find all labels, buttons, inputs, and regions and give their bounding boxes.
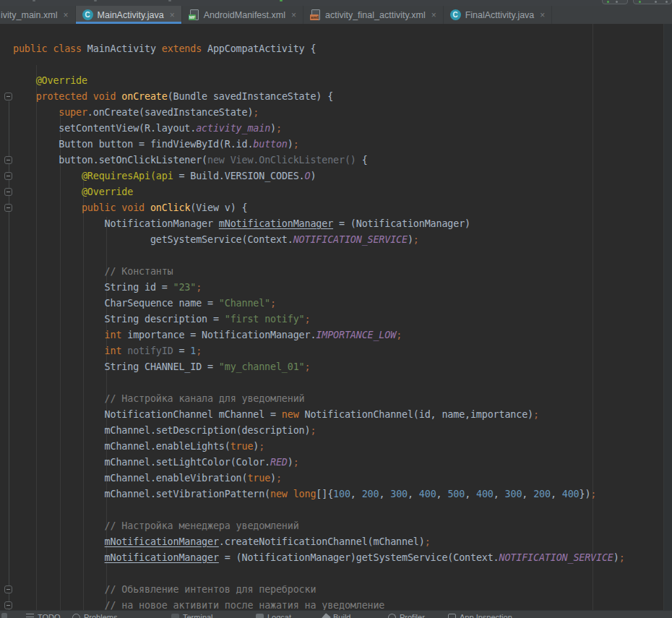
tab-androidmanifest-xml[interactable]: MFAndroidManifest.xml× xyxy=(182,6,303,24)
code-line[interactable]: mChannel.setDescription(description); xyxy=(13,423,663,439)
token: // Константы xyxy=(105,266,173,277)
code-line[interactable]: getSystemService(Context.NOTIFICATION_SE… xyxy=(13,232,663,248)
token: @Override xyxy=(36,75,87,86)
code-line[interactable]: button.setOnClickListener(new View.OnCli… xyxy=(13,153,663,168)
toolwindow-terminal[interactable]: Terminal xyxy=(171,613,213,618)
fold-marker[interactable] xyxy=(4,601,12,609)
code-line[interactable]: public void onClick(View v) { xyxy=(13,200,663,216)
fold-marker[interactable] xyxy=(4,172,12,180)
token: "first notify" xyxy=(225,314,305,325)
close-icon[interactable]: × xyxy=(540,10,545,20)
code-line[interactable]: mChannel.setLightColor(Color.RED); xyxy=(13,455,663,471)
code-line[interactable]: // Константы xyxy=(13,264,663,280)
token: true xyxy=(247,473,270,484)
close-icon[interactable]: × xyxy=(291,10,296,20)
token: NOTIFICATION_SERVICE xyxy=(499,552,613,563)
token: mChannel.setLightColor(Color. xyxy=(13,457,270,468)
code-line[interactable]: mNotificationManager = (NotificationMana… xyxy=(13,550,663,566)
code-line[interactable]: String CHANNEL_ID = "my_channel_01"; xyxy=(13,359,663,375)
token: ; xyxy=(310,425,316,436)
token: , xyxy=(350,489,362,499)
tab-label: AndroidManifest.xml xyxy=(204,10,285,20)
token: new View.OnClickListener() xyxy=(207,155,362,166)
code-line[interactable]: NotificationChannel mChannel = new Notif… xyxy=(13,407,663,423)
toolwindow-profiler[interactable]: Profiler xyxy=(388,613,425,618)
code-line[interactable]: mNotificationManager.createNotificationC… xyxy=(13,534,663,550)
code-line[interactable]: int notifyID = 1; xyxy=(13,343,663,359)
token: , xyxy=(436,489,448,499)
token: ; xyxy=(196,282,202,293)
code-line[interactable]: String description = "first notify"; xyxy=(13,312,663,327)
toolwindow-logcat[interactable]: Logcat xyxy=(256,613,291,618)
fold-marker[interactable] xyxy=(4,585,12,593)
token xyxy=(13,393,105,404)
toolwindow-todo[interactable]: TODO xyxy=(26,613,61,618)
token xyxy=(13,330,105,340)
code-line[interactable]: // на новое активити после нажатия на ув… xyxy=(13,598,663,610)
token: mChannel.setDescription(description) xyxy=(13,425,310,436)
token: Button button = findViewById(R.id. xyxy=(13,139,253,150)
code-line[interactable]: super.onCreate(savedInstanceState); xyxy=(13,105,663,121)
toolbar-widget-2[interactable] xyxy=(633,0,672,4)
java-class-icon: C xyxy=(450,9,461,20)
toolwindow-problems[interactable]: Problems xyxy=(72,613,117,618)
code-line[interactable]: mChannel.setVibrationPattern(new long[]{… xyxy=(13,486,663,502)
token xyxy=(13,520,105,531)
close-icon[interactable]: × xyxy=(170,10,175,20)
token: = Build.VERSION_CODES. xyxy=(173,171,305,181)
code-line[interactable]: setContentView(R.layout.activity_main); xyxy=(13,121,663,137)
code-line[interactable]: // Обьявление интентов для переброски xyxy=(13,582,663,598)
code-line[interactable]: mChannel.enableLights(true); xyxy=(13,439,663,455)
code-line[interactable] xyxy=(13,375,663,391)
tab-mainactivity-java[interactable]: CMainActivity.java× xyxy=(76,6,182,24)
code-line[interactable]: Button button = findViewById(R.id.button… xyxy=(13,137,663,153)
close-icon[interactable]: × xyxy=(431,10,436,20)
status-dot xyxy=(607,1,609,3)
code-line[interactable]: int importance = NotificationManager.IMP… xyxy=(13,327,663,343)
editor-scrollbar-area[interactable] xyxy=(663,24,672,610)
code-line[interactable]: // Настройка канала для уведомлений xyxy=(13,391,663,407)
token: super xyxy=(59,107,87,118)
toolwindow-app-inspection[interactable]: App Inspection xyxy=(448,613,512,618)
code-line[interactable]: @Override xyxy=(13,73,663,89)
token: ; xyxy=(259,441,264,452)
token: mChannel.setVibrationPattern( xyxy=(13,489,270,499)
fold-marker[interactable] xyxy=(4,93,12,100)
code-line[interactable] xyxy=(13,57,663,73)
tab-ivity-main-xml[interactable]: ivity_main.xml× xyxy=(0,6,76,24)
token: mNotificationManager xyxy=(105,536,219,547)
code-line[interactable]: CharSequence name = "Channel"; xyxy=(13,296,663,312)
token: @Override xyxy=(82,186,133,197)
code-line[interactable] xyxy=(13,566,663,582)
code-line[interactable]: protected void onCreate(Bundle savedInst… xyxy=(13,89,663,105)
fold-marker[interactable] xyxy=(4,188,12,196)
code-line[interactable]: String id = "23"; xyxy=(13,280,663,296)
build-icon xyxy=(322,613,331,618)
token: String id = xyxy=(13,282,173,293)
code-line[interactable]: mChannel.enableVibration(true); xyxy=(13,471,663,486)
todo-icon xyxy=(26,614,34,618)
close-icon[interactable]: × xyxy=(64,10,69,20)
fold-marker[interactable] xyxy=(4,204,12,212)
token: ; xyxy=(276,473,282,484)
manifest-icon: MF xyxy=(189,9,199,20)
tab-activity-final-acttivity-xml[interactable]: xmlactivity_final_acttivity.xml× xyxy=(303,6,444,24)
code-line[interactable]: // Настройка менеджера уведомлений xyxy=(13,518,663,534)
code-line[interactable] xyxy=(13,248,663,264)
toolbar-widget-1[interactable] xyxy=(602,0,628,4)
code-line[interactable]: public class MainActivity extends AppCom… xyxy=(13,41,663,57)
token: NotificationManager xyxy=(13,218,219,229)
code-line[interactable]: NotificationManager mNotificationManager… xyxy=(13,216,663,232)
token: ) xyxy=(310,171,316,181)
code-line[interactable]: @RequiresApi(api = Build.VERSION_CODES.O… xyxy=(13,168,663,184)
token: int xyxy=(105,346,128,356)
code-editor[interactable]: public class MainActivity extends AppCom… xyxy=(0,24,672,610)
token: 400 xyxy=(476,489,494,499)
toolwindow-build[interactable]: Build xyxy=(323,613,350,618)
code-line[interactable]: @Override xyxy=(13,184,663,200)
code-line[interactable] xyxy=(13,502,663,518)
token: 200 xyxy=(362,489,379,499)
tab-finalacttivity-java[interactable]: CFinalActtivity.java× xyxy=(444,6,553,24)
token xyxy=(13,584,105,595)
fold-marker[interactable] xyxy=(4,156,12,164)
